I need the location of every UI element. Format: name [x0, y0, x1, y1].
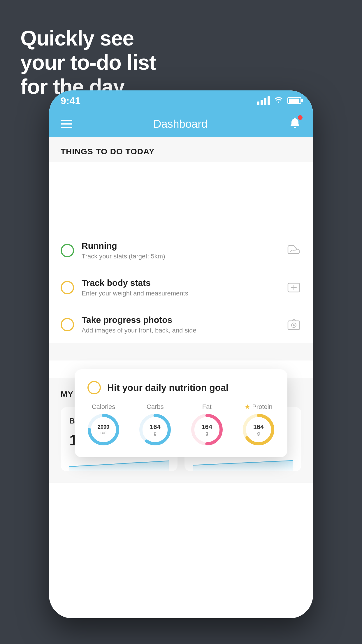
- scale-icon: [286, 280, 301, 295]
- todo-checkbox-body-stats[interactable]: [61, 281, 74, 294]
- list-item[interactable]: Running Track your stats (target: 5km): [49, 232, 313, 269]
- svg-point-3: [293, 324, 295, 326]
- list-item-title: Take progress photos: [82, 315, 279, 325]
- star-icon: ★: [245, 403, 250, 411]
- todo-checkbox-running[interactable]: [61, 244, 74, 257]
- carbs-donut: 164 g: [139, 414, 171, 446]
- nutrition-stats: Calories 2000 cal: [87, 403, 275, 446]
- things-today-label: THINGS TO DO TODAY: [61, 147, 154, 156]
- todo-list: Running Track your stats (target: 5km): [49, 232, 313, 343]
- protein-donut: 164 g: [242, 414, 275, 446]
- list-item-content-photos: Take progress photos Add images of your …: [82, 315, 279, 334]
- app-header: Dashboard: [49, 111, 313, 137]
- header-title: Dashboard: [153, 118, 208, 130]
- shoe-icon: [286, 243, 301, 258]
- list-item-subtitle: Track your stats (target: 5km): [82, 253, 279, 260]
- nutrition-checkbox[interactable]: [87, 381, 101, 394]
- calories-donut: 2000 cal: [87, 414, 120, 446]
- fat-label: Fat: [202, 403, 212, 411]
- phone-frame: 9:41 Dashboard: [49, 90, 313, 618]
- section-header: THINGS TO DO TODAY: [49, 137, 313, 162]
- status-bar: 9:41: [49, 90, 313, 111]
- list-item-subtitle: Add images of your front, back, and side: [82, 327, 279, 334]
- battery-icon: [287, 97, 301, 104]
- signal-icon: [257, 96, 270, 105]
- status-icons: [257, 96, 301, 105]
- todo-checkbox-photos[interactable]: [61, 318, 74, 331]
- protein-label: Protein: [252, 403, 273, 411]
- status-time: 9:41: [61, 95, 80, 106]
- card-title: Hit your daily nutrition goal: [107, 382, 229, 393]
- nutrition-card: Hit your daily nutrition goal Calories: [75, 369, 287, 457]
- list-item-subtitle: Enter your weight and measurements: [82, 290, 279, 297]
- list-item-title: Track body stats: [82, 278, 279, 288]
- notification-dot: [298, 115, 303, 120]
- carbs-label: Carbs: [147, 403, 164, 411]
- list-item-title: Running: [82, 241, 279, 251]
- wifi-icon: [274, 96, 283, 105]
- stat-carbs: Carbs 164 g: [139, 403, 171, 446]
- calories-label: Calories: [92, 403, 115, 411]
- list-item[interactable]: Track body stats Enter your weight and m…: [49, 269, 313, 306]
- hero-title: Quickly see your to-do list for the day.: [20, 26, 156, 99]
- notification-button[interactable]: [289, 116, 301, 132]
- stat-calories: Calories 2000 cal: [87, 403, 120, 446]
- stat-protein: ★ Protein 164 g: [242, 403, 275, 446]
- list-item-content-body-stats: Track body stats Enter your weight and m…: [82, 278, 279, 297]
- photo-icon: [286, 317, 301, 332]
- menu-button[interactable]: [61, 120, 72, 128]
- stat-fat: Fat 164 g: [191, 403, 223, 446]
- card-title-row: Hit your daily nutrition goal: [87, 381, 275, 394]
- list-item[interactable]: Take progress photos Add images of your …: [49, 306, 313, 343]
- fat-donut: 164 g: [191, 414, 223, 446]
- list-item-content-running: Running Track your stats (target: 5km): [82, 241, 279, 260]
